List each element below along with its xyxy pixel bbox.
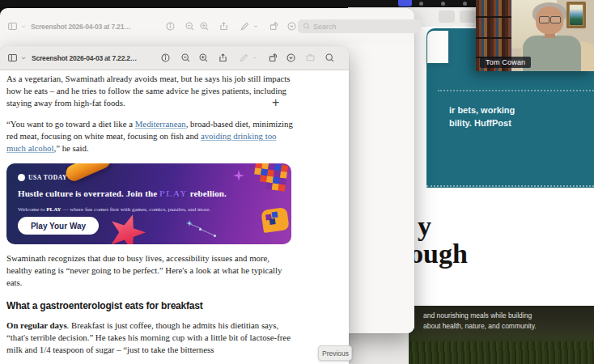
background-titlebar[interactable]: Screenshot 2026-04-03 at 7.21… — [0, 8, 414, 44]
paragraph: “You want to go toward a diet like a Med… — [6, 118, 295, 154]
chevron-down-icon[interactable] — [252, 19, 260, 34]
sidebar-icon[interactable] — [5, 51, 19, 66]
paragraph-lead: On regular days — [6, 320, 67, 330]
participant-body — [523, 36, 581, 71]
shelf-line — [476, 37, 511, 39]
stacked-window-edge — [427, 31, 448, 63]
link-mediterranean[interactable]: Mediterranean — [135, 119, 186, 129]
video-call-thumbnail[interactable]: Tom Cowan — [476, 0, 594, 71]
zoom-out-icon[interactable] — [178, 51, 193, 66]
meeting-accent-button[interactable] — [398, 0, 412, 6]
article-text: As a vegetarian, Swaminath already avoid… — [6, 73, 295, 364]
markup-toolbox-icon[interactable] — [303, 51, 317, 66]
window-title: Screenshot 2026-04-03 at 7.21… — [31, 23, 130, 31]
ad-play-wordmark: PLAY — [159, 188, 188, 198]
previous-button[interactable]: Previous — [318, 345, 352, 361]
search-icon — [303, 23, 311, 31]
markup-pencil-icon[interactable] — [236, 51, 251, 66]
usa-today-wordmark: USA TODAY — [28, 171, 67, 184]
menu-bar-icon[interactable] — [441, 2, 445, 6]
paragraph: As a vegetarian, Swaminath already avoid… — [6, 73, 295, 109]
field-photo: and nourishing meals while building abou… — [409, 306, 594, 364]
shelf-line — [476, 16, 511, 18]
zoom-in-icon[interactable] — [196, 51, 210, 66]
ad-headline: Hustle culture is overrated. Join the PL… — [18, 188, 227, 200]
chevron-down-icon[interactable] — [19, 19, 28, 34]
press-quote-line2: bility. HuffPost — [449, 116, 515, 129]
speech-bubble-decoration — [261, 207, 290, 233]
info-icon[interactable] — [158, 51, 172, 66]
ad-headline-post: rebellion. — [188, 188, 227, 198]
ad-subtext: Welcome to PLAY — where fun comes first … — [18, 204, 210, 216]
usa-today-ad-banner[interactable]: USA TODAY Hustle culture is overrated. J… — [6, 163, 291, 244]
constellation-line — [201, 229, 214, 235]
chevron-down-icon[interactable] — [251, 51, 259, 66]
page-headline-fragment: ough — [409, 239, 468, 269]
menu-bar-icon[interactable] — [419, 2, 423, 6]
grass-texture — [409, 341, 594, 364]
paragraph: Swaminath recognizes that due to busy li… — [6, 252, 295, 289]
participant-name-label: Tom Cowan — [480, 57, 531, 68]
constellation-dot — [214, 235, 216, 237]
info-icon[interactable] — [163, 19, 177, 34]
quote-end: ,” he said. — [53, 143, 88, 153]
churro-decoration — [63, 163, 112, 184]
share-icon[interactable] — [215, 51, 230, 66]
sparkle-decoration — [233, 170, 244, 181]
press-quote-line1: ir bets, working — [449, 104, 515, 116]
window-title: Screenshot 2026-04-03 at 7.22.2… — [32, 54, 137, 62]
usa-today-logo: USA TODAY — [18, 171, 67, 184]
quote-start: “You want to go toward a diet like a — [6, 119, 135, 129]
photo-caption-line2: about health, nature, and community. — [423, 321, 537, 332]
more-tools-icon[interactable] — [284, 19, 299, 34]
share-icon[interactable] — [216, 19, 231, 34]
constellation-line — [189, 223, 202, 229]
chevron-down-icon[interactable] — [19, 51, 28, 66]
dotted-divider — [438, 90, 594, 91]
rotate-icon[interactable] — [266, 19, 281, 34]
ghost-toolbar-icon — [460, 11, 476, 23]
dotted-divider — [426, 185, 594, 187]
sidebar-icon[interactable] — [5, 19, 19, 34]
preview-window-active[interactable]: Screenshot 2026-04-03 at 7.22.2… — [0, 46, 349, 364]
screen: ir bets, working bility. HuffPost y ough… — [0, 0, 594, 364]
section-heading: What a gastroenterologist eats for break… — [6, 300, 295, 312]
play-your-way-button[interactable]: Play Your Way — [18, 217, 99, 235]
photo-caption: and nourishing meals while building abou… — [423, 311, 537, 332]
framed-picture — [566, 2, 586, 28]
rotate-icon[interactable] — [265, 51, 280, 66]
window-edge-backdrop — [348, 333, 409, 364]
ad-subtext-play: PLAY — [46, 206, 61, 213]
usa-today-globe-icon — [18, 174, 25, 181]
zoom-in-icon[interactable] — [197, 19, 211, 34]
ad-headline-pre: Hustle culture is overrated. Join the — [18, 188, 159, 198]
pixel-cube-decoration — [252, 163, 288, 192]
paragraph: On regular days. Breakfast is just coffe… — [6, 320, 295, 356]
press-quote: ir bets, working bility. HuffPost — [449, 104, 515, 129]
search-icon[interactable] — [322, 51, 337, 66]
zoom-out-icon[interactable] — [182, 19, 197, 34]
search-input[interactable]: Search — [298, 19, 421, 33]
page-headline-fragment: y — [418, 211, 431, 242]
ad-subtext-pre: Welcome to — [18, 206, 46, 213]
markup-pencil-icon[interactable] — [237, 19, 252, 34]
active-titlebar[interactable]: Screenshot 2026-04-03 at 7.22.2… — [0, 46, 349, 70]
screenshot-article: + As a vegetarian, Swaminath already avo… — [0, 70, 349, 364]
photo-caption-line1: and nourishing meals while building — [423, 311, 537, 321]
menu-bar-icon[interactable] — [463, 2, 467, 6]
glasses — [539, 16, 560, 23]
ghost-toolbar-icon — [439, 11, 455, 23]
ad-subtext-post: — where fun comes first with games, comi… — [62, 206, 210, 213]
more-tools-icon[interactable] — [283, 51, 298, 66]
search-placeholder: Search — [313, 23, 337, 31]
